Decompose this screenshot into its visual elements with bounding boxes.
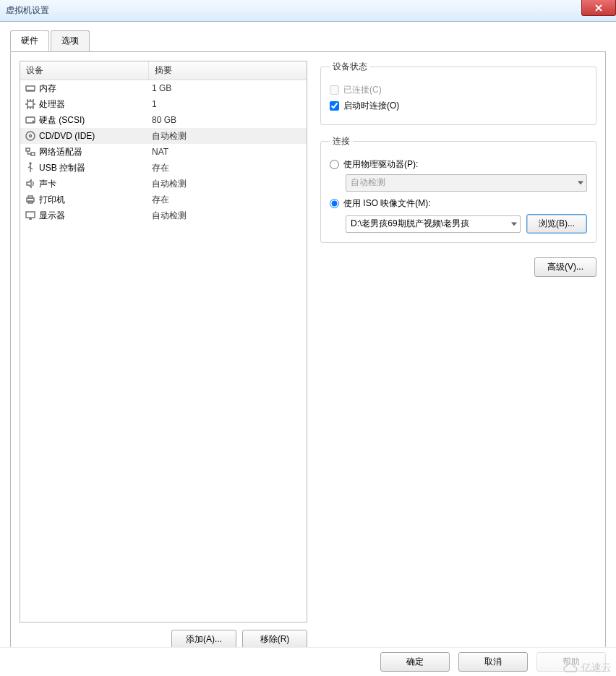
device-row-disk[interactable]: 硬盘 (SCSI) 80 GB: [20, 112, 307, 128]
device-row-cddvd[interactable]: CD/DVD (IDE) 自动检测: [20, 128, 307, 144]
device-label: USB 控制器: [39, 162, 152, 174]
physical-drive-combo: 自动检测: [346, 174, 587, 192]
connected-label: 已连接(C): [343, 84, 382, 96]
cpu-icon: [25, 98, 36, 110]
svg-rect-7: [31, 153, 35, 155]
device-row-display[interactable]: 显示器 自动检测: [20, 207, 307, 223]
connection-legend: 连接: [330, 135, 353, 147]
memory-icon: [25, 82, 36, 94]
add-button[interactable]: 添加(A)...: [171, 630, 236, 649]
chevron-down-icon: [578, 181, 583, 185]
svg-rect-10: [28, 196, 33, 198]
tab-hardware[interactable]: 硬件: [10, 30, 49, 51]
window-title: 虚拟机设置: [6, 4, 49, 17]
use-physical-label[interactable]: 使用物理驱动器(P):: [343, 158, 418, 171]
device-summary: 自动检测: [152, 178, 304, 190]
browse-button[interactable]: 浏览(B)...: [526, 214, 587, 234]
header-summary[interactable]: 摘要: [149, 61, 307, 80]
device-summary: NAT: [152, 147, 304, 157]
left-button-row: 添加(A)... 移除(R): [20, 630, 307, 649]
svg-point-4: [26, 132, 35, 140]
use-physical-row: 使用物理驱动器(P):: [330, 158, 587, 171]
use-iso-row: 使用 ISO 映像文件(M):: [330, 197, 587, 210]
device-label: 显示器: [39, 210, 152, 222]
use-iso-label[interactable]: 使用 ISO 映像文件(M):: [343, 197, 431, 210]
connection-group: 连接 使用物理驱动器(P): 自动检测 使用 ISO 映像文件(M):: [320, 135, 596, 243]
close-icon: [594, 4, 603, 12]
tab-options[interactable]: 选项: [51, 30, 90, 51]
device-row-usb[interactable]: USB 控制器 存在: [20, 160, 307, 176]
device-label: 打印机: [39, 194, 152, 206]
device-row-printer[interactable]: 打印机 存在: [20, 192, 307, 207]
bottom-button-bar: 确定 取消 帮助: [0, 647, 616, 676]
device-summary: 1: [152, 99, 304, 109]
network-icon: [25, 146, 36, 158]
connect-at-poweron-checkbox[interactable]: [330, 101, 339, 111]
svg-point-5: [30, 135, 32, 137]
connect-at-poweron-label[interactable]: 启动时连接(O): [343, 100, 399, 112]
use-iso-radio[interactable]: [330, 199, 339, 208]
device-label: 声卡: [39, 178, 152, 190]
device-summary: 存在: [152, 194, 304, 206]
svg-rect-1: [27, 101, 33, 107]
device-status-legend: 设备状态: [330, 61, 370, 73]
device-label: CD/DVD (IDE): [39, 131, 152, 141]
iso-path-value: D:\老男孩69期脱产视频\老男孩: [351, 218, 469, 228]
device-list: 设备 摘要 内存 1 GB 处理器 1 硬盘 (SCSI) 80 GB: [20, 61, 307, 622]
printer-icon: [25, 194, 36, 205]
advanced-row: 高级(V)...: [320, 257, 596, 277]
advanced-button[interactable]: 高级(V)...: [534, 257, 596, 277]
left-pane: 设备 摘要 内存 1 GB 处理器 1 硬盘 (SCSI) 80 GB: [20, 61, 307, 649]
device-summary: 自动检测: [152, 210, 304, 222]
cancel-button[interactable]: 取消: [458, 652, 528, 672]
device-row-memory[interactable]: 内存 1 GB: [20, 80, 307, 96]
svg-rect-6: [26, 148, 30, 151]
device-row-cpu[interactable]: 处理器 1: [20, 96, 307, 112]
connected-checkbox: [330, 85, 339, 95]
connected-row: 已连接(C): [330, 84, 587, 96]
close-button[interactable]: [581, 0, 616, 16]
device-summary: 存在: [152, 162, 304, 174]
device-status-group: 设备状态 已连接(C) 启动时连接(O): [320, 61, 596, 125]
cd-icon: [25, 130, 36, 142]
disk-icon: [25, 114, 36, 126]
display-icon: [25, 210, 36, 221]
help-button[interactable]: 帮助: [536, 652, 606, 672]
sound-icon: [25, 178, 36, 189]
dialog-body: 硬件 选项 设备 摘要 内存 1 GB 处理器 1: [0, 22, 616, 666]
tab-strip: 硬件 选项: [10, 30, 606, 52]
device-label: 硬盘 (SCSI): [39, 114, 152, 127]
tab-content: 设备 摘要 内存 1 GB 处理器 1 硬盘 (SCSI) 80 GB: [10, 51, 606, 659]
ok-button[interactable]: 确定: [380, 652, 450, 672]
iso-path-combo[interactable]: D:\老男孩69期脱产视频\老男孩: [346, 215, 521, 233]
svg-rect-12: [26, 212, 35, 218]
device-row-network[interactable]: 网络适配器 NAT: [20, 144, 307, 160]
header-device[interactable]: 设备: [20, 61, 149, 80]
right-pane: 设备状态 已连接(C) 启动时连接(O) 连接 使用物理驱动器(P):: [307, 61, 596, 649]
svg-rect-0: [26, 86, 35, 90]
device-summary: 自动检测: [152, 130, 304, 142]
device-summary: 80 GB: [152, 115, 304, 125]
chevron-down-icon: [511, 222, 517, 226]
iso-path-row: D:\老男孩69期脱产视频\老男孩 浏览(B)...: [346, 214, 587, 234]
device-label: 内存: [39, 82, 152, 95]
svg-point-8: [30, 163, 31, 164]
svg-point-3: [33, 121, 34, 122]
connect-at-poweron-row: 启动时连接(O): [330, 100, 587, 112]
physical-drive-value: 自动检测: [351, 177, 385, 187]
use-physical-radio[interactable]: [330, 160, 339, 169]
remove-button[interactable]: 移除(R): [242, 630, 307, 649]
device-row-sound[interactable]: 声卡 自动检测: [20, 176, 307, 192]
usb-icon: [25, 162, 36, 174]
device-list-header: 设备 摘要: [20, 61, 307, 80]
device-label: 网络适配器: [39, 146, 152, 158]
device-label: 处理器: [39, 98, 152, 111]
device-summary: 1 GB: [152, 83, 304, 93]
titlebar: 虚拟机设置: [0, 0, 616, 22]
